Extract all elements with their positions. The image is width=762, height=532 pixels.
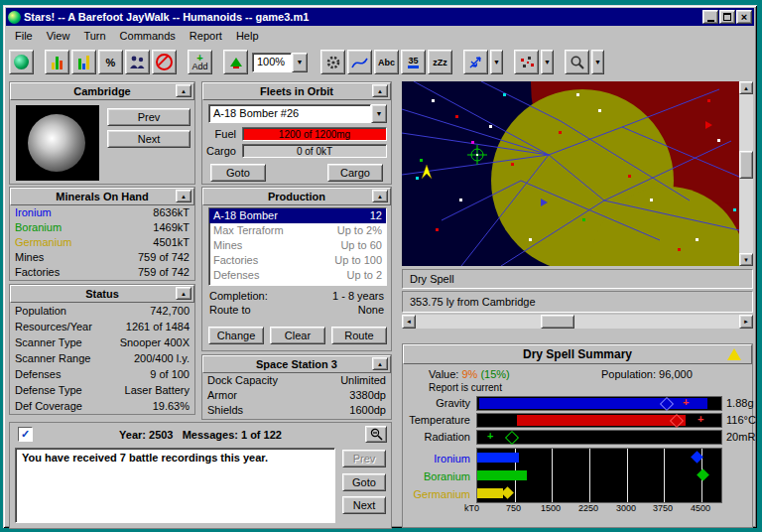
dock-value: Unlimited: [340, 373, 386, 388]
production-panel: Production ▲ A-18 Bomber12 Max Terraform…: [201, 187, 392, 351]
mines-label: Mines: [15, 250, 44, 265]
planet-value-view-button[interactable]: %: [98, 50, 123, 74]
cargo-gauge: 0 of 0kT: [242, 144, 387, 158]
no-symbol-icon: [156, 54, 173, 70]
factories-value: 759 of 742: [138, 265, 190, 280]
window-title: Stars! -- A Barefoot JayWalk -- Humanoid…: [24, 11, 699, 23]
minimize-button[interactable]: [702, 10, 718, 24]
route-button[interactable]: Route: [331, 327, 387, 344]
titlebar[interactable]: Stars! -- A Barefoot JayWalk -- Humanoid…: [6, 8, 754, 26]
ironium-bar: [477, 453, 519, 463]
queue-item[interactable]: FactoriesUp to 100: [209, 253, 386, 268]
menu-file[interactable]: File: [8, 28, 40, 44]
germanium-value: 4501kT: [153, 235, 190, 250]
report-status-text: Report is current: [429, 382, 502, 393]
change-button[interactable]: Change: [208, 327, 264, 344]
route-value: None: [358, 303, 384, 318]
enemy-fleets-button[interactable]: [514, 50, 539, 74]
chevron-down-icon: ▼: [376, 110, 383, 117]
map-horizontal-scrollbar[interactable]: ◄ ►: [402, 315, 753, 329]
waypoint-paths-button[interactable]: [347, 50, 372, 74]
game-options-button[interactable]: [320, 50, 345, 74]
completion-label: Completion:: [209, 289, 268, 304]
menu-help[interactable]: Help: [229, 28, 266, 44]
zoom-combobox[interactable]: 100% ▼: [252, 53, 308, 72]
mineral-row: Ironium8636kT: [10, 205, 194, 220]
next-message-button[interactable]: Next: [342, 496, 386, 514]
collapse-button[interactable]: ▲: [372, 357, 388, 370]
queue-item[interactable]: Max TerraformUp to 2%: [209, 223, 386, 238]
menu-report[interactable]: Report: [183, 28, 229, 44]
idle-fleets-button[interactable]: zZz: [428, 50, 452, 74]
fleet-combobox[interactable]: A-18 Bomber #26 ▼: [208, 104, 387, 123]
fleet-goto-button[interactable]: Goto: [210, 164, 266, 182]
next-label: Next: [138, 133, 161, 145]
collapse-button[interactable]: ▲: [176, 287, 191, 300]
find-dropdown[interactable]: ▼: [591, 50, 604, 74]
menu-turn[interactable]: Turn: [76, 28, 112, 44]
queue-item[interactable]: MinesUp to 60: [209, 238, 386, 253]
collapse-button[interactable]: ▲: [176, 84, 191, 97]
collapse-button[interactable]: ▲: [176, 190, 191, 202]
scroll-right-icon: ►: [743, 319, 749, 325]
enemy-fleets-dropdown[interactable]: ▼: [541, 50, 554, 74]
resources-label: Resources/Year: [15, 319, 92, 334]
planet-panel: Cambridge ▲ Prev Next: [9, 81, 195, 185]
friendly-fleets-button[interactable]: [463, 50, 488, 74]
queue-item[interactable]: DefensesUp to 2: [209, 268, 386, 283]
gravity-value: 1.88g: [726, 396, 754, 410]
vertical-scroll-thumb[interactable]: [739, 151, 753, 179]
armor-label: Armor: [207, 388, 237, 403]
add-waypoint-button[interactable]: +Add: [188, 50, 212, 74]
next-message-label: Next: [353, 499, 376, 511]
ship-count-button[interactable]: 35: [401, 50, 426, 74]
item-name: A-18 Bomber: [213, 208, 278, 223]
prev-planet-button[interactable]: Prev: [107, 108, 190, 126]
prev-message-button[interactable]: Prev: [342, 450, 386, 467]
mineral-graph: [476, 448, 722, 503]
prev-label: Prev: [138, 111, 161, 123]
close-button[interactable]: ×: [736, 10, 752, 24]
friendly-fleets-dropdown[interactable]: ▼: [490, 50, 503, 74]
starbase-row: Armor3380dp: [202, 388, 391, 403]
shields-value: 1600dp: [349, 403, 386, 418]
surface-minerals-view-button[interactable]: [45, 50, 69, 74]
menu-view[interactable]: View: [40, 28, 77, 44]
population-view-button[interactable]: [125, 50, 150, 74]
collapse-icon: ▲: [181, 189, 187, 204]
goto-message-button[interactable]: Goto: [342, 473, 386, 491]
normal-view-button[interactable]: [9, 50, 34, 74]
map-vertical-scrollbar[interactable]: ▲ ▼: [739, 81, 753, 266]
collapse-button[interactable]: ▲: [372, 84, 388, 97]
star-map[interactable]: [402, 81, 739, 266]
menu-commands[interactable]: Commands: [113, 28, 183, 44]
ship-design-button[interactable]: [223, 50, 248, 74]
zoom-dropdown-button[interactable]: ▼: [292, 53, 308, 72]
boranium-value: 1469kT: [153, 220, 190, 235]
collapse-icon: ▲: [181, 83, 187, 99]
fleet-cargo-button[interactable]: Cargo: [327, 164, 383, 182]
no-player-info-view-button[interactable]: [152, 50, 177, 74]
defenses-value: 9 of 100: [150, 366, 190, 382]
message-zoom-button[interactable]: [365, 426, 387, 443]
scroll-right-button[interactable]: ►: [739, 315, 753, 329]
find-button[interactable]: [565, 50, 589, 74]
planet-names-button[interactable]: Abc: [374, 50, 399, 74]
fleet-dropdown-button[interactable]: ▼: [371, 104, 387, 123]
scroll-up-button[interactable]: ▲: [739, 81, 753, 94]
next-planet-button[interactable]: Next: [107, 130, 190, 148]
summary-title: Dry Spell Summary: [523, 347, 632, 361]
scroll-left-button[interactable]: ◄: [402, 315, 416, 329]
path-curve-icon: [351, 56, 368, 69]
status-panel: Status ▲ Population742,700 Resources/Yea…: [9, 284, 195, 415]
horizontal-scroll-thumb[interactable]: [541, 315, 574, 329]
scroll-down-button[interactable]: ▼: [739, 253, 753, 266]
mines-value: 759 of 742: [138, 250, 190, 265]
clear-button[interactable]: Clear: [270, 327, 325, 344]
planet-icon: [14, 55, 29, 69]
chevron-down-icon: ▼: [594, 59, 601, 66]
collapse-button[interactable]: ▲: [372, 190, 388, 202]
queue-item[interactable]: A-18 Bomber12: [209, 208, 386, 223]
mineral-concentration-view-button[interactable]: [71, 50, 96, 74]
maximize-button[interactable]: [719, 10, 735, 24]
